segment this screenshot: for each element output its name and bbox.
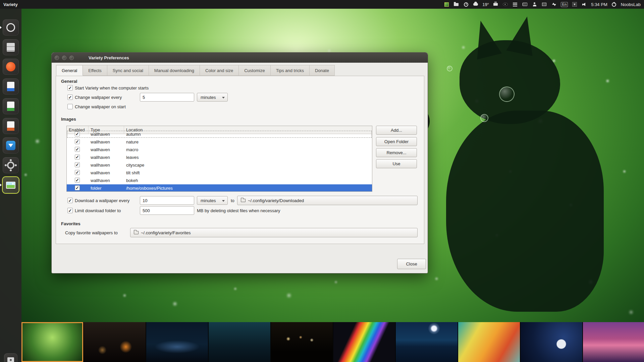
table-row[interactable]: wallhaven macro <box>67 146 372 154</box>
chevron-down-icon <box>222 97 225 99</box>
row-enabled-checkbox[interactable] <box>75 162 80 167</box>
table-row[interactable]: wallhaven cityscape <box>67 161 372 169</box>
change-interval-input[interactable] <box>140 93 194 102</box>
limit-size-input[interactable] <box>140 206 194 215</box>
input-source-indicator[interactable]: En <box>561 2 568 7</box>
weather-icon[interactable] <box>473 1 479 7</box>
row-enabled-checkbox[interactable] <box>75 131 80 136</box>
row-enabled-checkbox[interactable] <box>75 170 80 175</box>
contacts-icon[interactable] <box>532 1 538 7</box>
use-button[interactable]: Use <box>376 159 417 168</box>
download-interval-input[interactable] <box>140 196 194 205</box>
change-wallpaper-every-checkbox[interactable] <box>67 95 73 100</box>
window-titlebar[interactable]: Variety Preferences <box>52 53 428 63</box>
downloader-icon[interactable] <box>3 137 19 154</box>
autostart-label: Start Variety when the computer starts <box>75 85 149 90</box>
files-tray-icon[interactable] <box>453 1 459 7</box>
calc-icon[interactable] <box>3 98 19 114</box>
thumbnail-night-street[interactable] <box>84 322 146 362</box>
general-tab-panel: General Start Variety when the computer … <box>56 76 424 244</box>
wallpaper-thumbnail-strip <box>21 322 644 362</box>
printer-icon[interactable] <box>493 1 499 7</box>
open-folder-button[interactable]: Open Folder <box>376 137 417 146</box>
table-body: wallhaven autumn wallhaven nature wallha… <box>67 130 372 192</box>
thumbnail-rainbow-ribbon[interactable] <box>333 322 395 362</box>
app-menu-title[interactable]: Variety <box>0 2 18 7</box>
table-row[interactable]: wallhaven leaves <box>67 154 372 161</box>
thumbnail-city-aerial[interactable] <box>209 322 270 362</box>
tab-general[interactable]: General <box>56 65 83 76</box>
limit-folder-label: Limit download folder to <box>75 208 121 213</box>
bubble <box>499 86 515 102</box>
table-row[interactable]: wallhaven autumn <box>67 130 372 138</box>
table-row-selected[interactable]: folder /home/osboxes/Pictures <box>67 184 372 192</box>
close-button[interactable]: Close <box>397 259 426 269</box>
session-menu-icon[interactable] <box>512 1 518 7</box>
screenshot-icon[interactable] <box>4 353 17 362</box>
favorites-folder-button[interactable]: ~/.config/variety/Favorites <box>130 228 418 237</box>
thumbnail-bokeh-table[interactable] <box>271 322 333 362</box>
session-username[interactable]: NoobsLab <box>621 2 641 7</box>
impress-icon[interactable] <box>3 118 19 134</box>
window-minimize-button[interactable] <box>62 56 66 60</box>
power-icon[interactable] <box>611 1 617 7</box>
files-icon[interactable] <box>3 39 19 55</box>
thumbnail-green-cat[interactable] <box>21 322 83 362</box>
row-enabled-checkbox[interactable] <box>75 178 80 183</box>
download-folder-button[interactable]: ~/.config/variety/Downloaded <box>237 196 418 205</box>
bubble <box>480 114 488 122</box>
window-close-button[interactable] <box>55 56 59 60</box>
download-wallpaper-checkbox[interactable] <box>67 198 73 203</box>
volume-icon[interactable] <box>581 1 587 7</box>
thumbnail-city-skyline[interactable] <box>146 322 208 362</box>
row-enabled-checkbox[interactable] <box>75 139 80 144</box>
system-tray: 19° En 5:34 PM NoobsLab <box>443 1 644 7</box>
thumbnail-panda[interactable] <box>521 322 582 362</box>
variety-tray-icon[interactable] <box>443 1 449 7</box>
table-row[interactable]: wallhaven nature <box>67 138 372 146</box>
writer-icon[interactable] <box>3 78 19 95</box>
tab-donate[interactable]: Donate <box>309 65 335 76</box>
tab-effects[interactable]: Effects <box>83 65 107 76</box>
thumbnail-pink-mountains[interactable] <box>583 322 644 362</box>
change-on-start-checkbox[interactable] <box>67 104 73 109</box>
download-interval-unit-dropdown[interactable]: minutes <box>197 196 228 205</box>
thumbnail-abstract-painting[interactable] <box>458 322 520 362</box>
privacy-eye-icon[interactable] <box>502 1 508 7</box>
photos-icon[interactable] <box>541 1 547 7</box>
remove-button[interactable]: Remove... <box>376 148 417 157</box>
temperature-indicator[interactable]: 19° <box>482 2 489 7</box>
image-sources-table[interactable]: Enabled Type Location wallhaven autumn w… <box>66 126 372 192</box>
software-center-icon[interactable] <box>3 59 19 75</box>
running-indicator <box>0 26 2 29</box>
limit-folder-checkbox[interactable] <box>67 208 73 213</box>
clock-icon[interactable] <box>463 1 469 7</box>
table-row[interactable]: wallhaven tilt shift <box>67 169 372 177</box>
row-enabled-checkbox[interactable] <box>75 155 80 160</box>
window-maximize-button[interactable] <box>69 56 74 60</box>
change-wallpaper-every-label: Change wallpaper every <box>75 95 122 100</box>
folder-icon <box>134 231 139 234</box>
tab-tips-and-tricks[interactable]: Tips and tricks <box>270 65 310 76</box>
tab-sync-and-social[interactable]: Sync and social <box>107 65 149 76</box>
row-enabled-checkbox[interactable] <box>75 185 80 190</box>
desktop: Variety 19° En 5:34 PM NoobsLab <box>0 0 644 362</box>
thumbnail-mountain-lake-night[interactable] <box>396 322 458 362</box>
variety-launcher-icon[interactable] <box>3 177 19 193</box>
tab-manual-downloading[interactable]: Manual downloading <box>149 65 200 76</box>
sync-arrows-icon[interactable] <box>551 1 557 7</box>
clock-time[interactable]: 5:34 PM <box>591 2 607 7</box>
system-settings-icon[interactable] <box>3 157 19 173</box>
change-interval-unit-dropdown[interactable]: minutes <box>197 93 228 102</box>
dash-home-icon[interactable] <box>3 19 19 36</box>
add-button[interactable]: Add... <box>376 126 417 135</box>
general-section-label: General <box>61 79 77 84</box>
table-row[interactable]: wallhaven bokeh <box>67 177 372 184</box>
copy-favorites-label: Copy favorite wallpapers to <box>65 230 118 235</box>
downloads-tray-icon[interactable] <box>572 1 578 7</box>
tab-customize[interactable]: Customize <box>238 65 270 76</box>
row-enabled-checkbox[interactable] <box>75 147 80 152</box>
tab-color-and-size[interactable]: Color and size <box>200 65 239 76</box>
autostart-checkbox[interactable] <box>67 85 73 90</box>
keyboard-icon[interactable] <box>522 1 528 7</box>
